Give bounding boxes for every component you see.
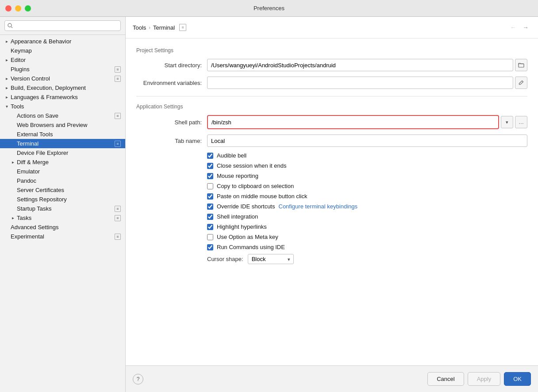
svg-line-1: [12, 27, 13, 28]
cancel-button[interactable]: Cancel: [427, 372, 464, 386]
sidebar-item-badge: ≡: [115, 215, 121, 221]
checkbox-highlight-hyperlinks[interactable]: [207, 224, 213, 230]
apply-button[interactable]: Apply: [468, 372, 501, 386]
checkbox-row-close-session: Close session when it ends: [136, 162, 527, 169]
configure-keybindings-link[interactable]: Configure terminal keybindings: [279, 203, 357, 210]
ok-button[interactable]: OK: [504, 372, 531, 386]
sidebar-item-label: Device File Explorer: [17, 150, 121, 156]
sidebar-item-label: Settings Repository: [17, 196, 121, 203]
sidebar-item-badge: ≡: [115, 76, 121, 82]
sidebar-item-startup-tasks[interactable]: Startup Tasks≡: [0, 204, 125, 213]
chevron-icon: ▸: [4, 85, 10, 91]
sidebar-item-keymap[interactable]: Keymap: [0, 46, 125, 55]
cursor-shape-row: Cursor shape: Block Underline Vertical b…: [136, 254, 527, 264]
nav-back-button[interactable]: ←: [508, 22, 519, 33]
checkbox-use-option-meta[interactable]: [207, 234, 213, 240]
sidebar-item-label: External Tools: [17, 131, 121, 138]
close-button[interactable]: [5, 5, 12, 12]
sidebar-item-badge: ≡: [115, 66, 121, 73]
sidebar-item-actions-on-save[interactable]: Actions on Save≡: [0, 111, 125, 120]
sidebar-item-server-certs[interactable]: Server Certificates: [0, 185, 125, 195]
checkbox-shell-integration[interactable]: [207, 214, 213, 220]
tab-name-row: Tab name:: [136, 135, 527, 147]
env-vars-input[interactable]: [207, 77, 513, 89]
start-directory-control: [207, 59, 527, 71]
sidebar-item-label: Plugins: [11, 66, 115, 73]
checkbox-row-override-shortcuts: Override IDE shortcutsConfigure terminal…: [136, 203, 527, 210]
checkbox-label-paste-middle: Paste on middle mouse button click: [217, 193, 307, 200]
checkbox-label-highlight-hyperlinks: Highlight hyperlinks: [217, 223, 267, 230]
sidebar-item-terminal[interactable]: Terminal≡: [0, 139, 125, 148]
sidebar-item-experimental[interactable]: Experimental≡: [0, 232, 125, 241]
sidebar-item-label: Terminal: [17, 140, 115, 147]
search-input[interactable]: [4, 20, 121, 31]
sidebar-item-tasks[interactable]: ▸Tasks≡: [0, 213, 125, 223]
nav-forward-button[interactable]: →: [520, 22, 531, 33]
checkbox-label-run-commands-ide: Run Commands using IDE: [217, 244, 285, 250]
start-directory-browse-button[interactable]: [515, 59, 527, 71]
shell-path-input[interactable]: [209, 117, 497, 127]
chevron-icon: ▸: [4, 38, 10, 45]
checkbox-label-override-shortcuts: Override IDE shortcuts: [217, 203, 275, 210]
maximize-button[interactable]: [25, 5, 31, 12]
sidebar-item-badge: ≡: [115, 113, 121, 119]
checkbox-override-shortcuts[interactable]: [207, 204, 213, 210]
search-box: [0, 17, 125, 35]
chevron-icon: ▾: [4, 104, 10, 110]
start-directory-input[interactable]: [207, 59, 513, 71]
main-content: ▸Appearance & BehaviorKeymap▸EditorPlugi…: [0, 17, 538, 392]
section-separator: [136, 96, 527, 96]
env-vars-edit-button[interactable]: [515, 77, 527, 89]
checkbox-paste-middle[interactable]: [207, 193, 213, 200]
minimize-button[interactable]: [15, 5, 21, 12]
project-settings-title: Project Settings: [136, 47, 527, 54]
checkbox-close-session[interactable]: [207, 163, 213, 169]
sidebar-item-editor[interactable]: ▸Editor: [0, 55, 125, 65]
shell-path-dropdown-button[interactable]: ▾: [501, 116, 513, 128]
breadcrumb: Tools › Terminal ≡: [133, 24, 186, 31]
sidebar-item-advanced-settings[interactable]: Advanced Settings: [0, 223, 125, 232]
sidebar-item-diff-merge[interactable]: ▸Diff & Merge: [0, 158, 125, 167]
checkbox-run-commands-ide[interactable]: [207, 244, 213, 250]
sidebar-item-device-file-explorer[interactable]: Device File Explorer: [0, 148, 125, 158]
sidebar-item-web-browsers[interactable]: Web Browsers and Preview: [0, 120, 125, 130]
sidebar-item-label: Server Certificates: [17, 187, 121, 193]
checkbox-copy-clipboard[interactable]: [207, 183, 213, 189]
settings-content: Project Settings Start directory: Enviro…: [126, 38, 538, 365]
shell-path-control: ▾ …: [207, 115, 527, 129]
sidebar-item-settings-repo[interactable]: Settings Repository: [0, 195, 125, 204]
search-icon: [8, 23, 13, 28]
sidebar-item-appearance[interactable]: ▸Appearance & Behavior: [0, 37, 125, 46]
help-button[interactable]: ?: [133, 374, 143, 384]
sidebar-item-emulator[interactable]: Emulator: [0, 167, 125, 176]
checkbox-row-audible-bell: Audible bell: [136, 152, 527, 159]
tab-name-label: Tab name:: [136, 138, 207, 144]
folder-icon: [518, 62, 524, 68]
cursor-shape-select[interactable]: Block Underline Vertical bar: [248, 254, 294, 264]
start-directory-row: Start directory:: [136, 59, 527, 71]
env-vars-label: Environment variables:: [136, 80, 207, 86]
shell-path-browse-button[interactable]: …: [515, 116, 527, 128]
checkbox-label-copy-clipboard: Copy to clipboard on selection: [217, 183, 294, 189]
start-directory-label: Start directory:: [136, 62, 207, 69]
tab-name-input[interactable]: [207, 135, 527, 147]
sidebar-item-external-tools[interactable]: External Tools: [0, 130, 125, 139]
search-wrap: [4, 20, 121, 31]
sidebar-item-version-control[interactable]: ▸Version Control≡: [0, 74, 125, 83]
sidebar-item-pandoc[interactable]: Pandoc: [0, 176, 125, 185]
checkbox-label-shell-integration: Shell integration: [217, 213, 258, 220]
checkbox-label-close-session: Close session when it ends: [217, 162, 287, 169]
checkbox-mouse-reporting[interactable]: [207, 173, 213, 179]
sidebar-item-label: Experimental: [11, 233, 115, 240]
checkbox-audible-bell[interactable]: [207, 153, 213, 159]
sidebar-item-label: Languages & Frameworks: [11, 94, 121, 100]
sidebar-item-label: Web Browsers and Preview: [17, 122, 121, 128]
sidebar-item-languages[interactable]: ▸Languages & Frameworks: [0, 92, 125, 102]
window-controls[interactable]: [5, 5, 31, 12]
sidebar-item-build[interactable]: ▸Build, Execution, Deployment: [0, 83, 125, 92]
sidebar-item-tools[interactable]: ▾Tools: [0, 102, 125, 111]
sidebar-item-label: Version Control: [11, 75, 115, 82]
tab-name-control: [207, 135, 527, 147]
breadcrumb-terminal: Terminal: [153, 24, 175, 31]
sidebar-item-plugins[interactable]: Plugins≡: [0, 65, 125, 74]
